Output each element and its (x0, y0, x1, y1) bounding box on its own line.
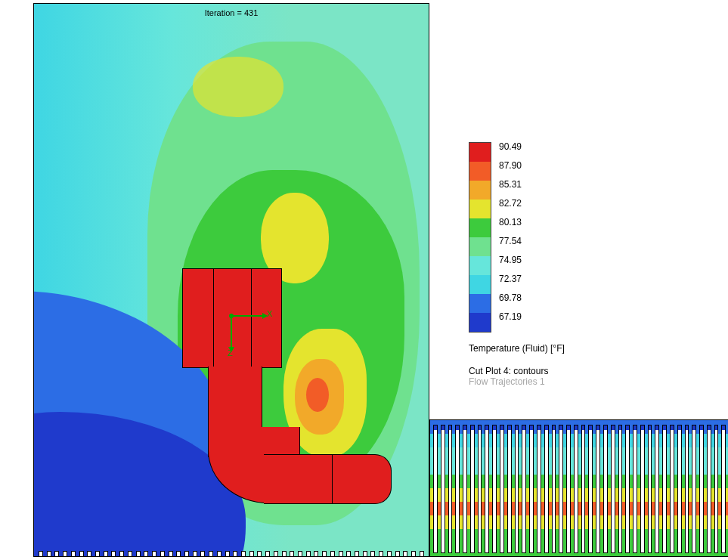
fin-cap (463, 425, 466, 430)
tick (411, 551, 416, 557)
tick (104, 551, 108, 557)
legend-swatch (469, 162, 491, 181)
fin-cap (559, 425, 562, 430)
fin (537, 425, 541, 553)
fin-cap (530, 425, 533, 430)
cut-plot-fins[interactable] (429, 419, 728, 557)
fin-cap (686, 425, 689, 430)
fin (574, 425, 578, 553)
tick (370, 551, 375, 557)
fin (707, 425, 711, 553)
tick (87, 551, 91, 557)
fin-cap (612, 425, 615, 430)
tick (136, 551, 141, 557)
fin (485, 425, 489, 553)
tick (47, 551, 51, 557)
fin-cap (537, 425, 541, 430)
fin-cap (522, 425, 525, 430)
tick (257, 551, 262, 557)
legend-swatch (469, 237, 491, 256)
fin (692, 425, 696, 553)
tick (265, 551, 270, 557)
fin (677, 425, 682, 553)
fin-cap (671, 425, 674, 430)
fin (699, 425, 704, 553)
tick (363, 551, 367, 557)
fin (588, 425, 593, 553)
fin-array (430, 420, 728, 556)
legend-tick: 80.13 (499, 213, 522, 232)
fin-cap (553, 425, 556, 430)
fin (552, 425, 556, 553)
plot-bottom-ticks (34, 551, 429, 557)
legend-title: Temperature (Fluid) [°F] (469, 343, 680, 354)
tick (290, 551, 294, 557)
legend-swatch (469, 313, 491, 332)
fin (433, 425, 438, 553)
fin-cap (655, 425, 658, 430)
tick (225, 551, 230, 557)
tick (346, 551, 351, 557)
fin (640, 425, 645, 553)
fin (714, 425, 719, 553)
fin (655, 425, 659, 553)
legend-series-2: Flow Trajectories 1 (469, 376, 680, 387)
tick (63, 551, 67, 557)
tick (274, 551, 278, 557)
fin-cap (692, 425, 695, 430)
fin-cap (663, 425, 666, 430)
fin-cap (649, 425, 652, 430)
fin-cap (508, 425, 511, 430)
legend-series-1: Cut Plot 4: contours (469, 366, 680, 376)
tick (160, 551, 165, 557)
fin (559, 425, 563, 553)
tick (54, 551, 59, 557)
fin (618, 425, 623, 553)
legend-swatch (469, 181, 491, 200)
fin (596, 425, 600, 553)
fin (581, 425, 586, 553)
cut-plot-main[interactable]: X Z Iteration = 431 (33, 3, 429, 557)
simulation-viewport: X Z Iteration = 431 90.4987.9085.3182.72… (0, 0, 728, 560)
fin (455, 425, 460, 553)
fin (522, 425, 526, 553)
fin (566, 425, 571, 553)
fin-cap (456, 425, 459, 430)
fin-cap (516, 425, 519, 430)
tick (144, 551, 148, 557)
tick (176, 551, 181, 557)
tick (111, 551, 116, 557)
fin (515, 425, 519, 553)
tick (79, 551, 84, 557)
fin-cap (479, 425, 482, 430)
tick (39, 551, 43, 557)
tick (298, 551, 302, 557)
legend-tick: 87.90 (499, 156, 522, 175)
fin-cap (634, 425, 637, 430)
tick (152, 551, 156, 557)
fin-cap (471, 425, 474, 430)
fin-cap (493, 425, 496, 430)
fin-cap (434, 425, 437, 430)
fin (662, 425, 667, 553)
legend-swatch (469, 294, 491, 313)
legend-tick: 85.31 (499, 175, 522, 194)
tick (420, 551, 424, 557)
tick (339, 551, 343, 557)
legend-tick: 82.72 (499, 194, 522, 213)
tick (128, 551, 132, 557)
fin (603, 425, 608, 553)
tick (71, 551, 76, 557)
fin-cap (589, 425, 592, 430)
color-legend[interactable]: 90.4987.9085.3182.7280.1377.5474.9572.37… (469, 142, 680, 387)
legend-tick: 72.37 (499, 270, 522, 289)
fin (507, 425, 512, 553)
fin (633, 425, 637, 553)
tick (95, 551, 100, 557)
iteration-label: Iteration = 431 (34, 8, 429, 17)
tick (282, 551, 287, 557)
fin-cap (619, 425, 622, 430)
tick (241, 551, 246, 557)
fin-cap (596, 425, 599, 430)
tick (193, 551, 197, 557)
